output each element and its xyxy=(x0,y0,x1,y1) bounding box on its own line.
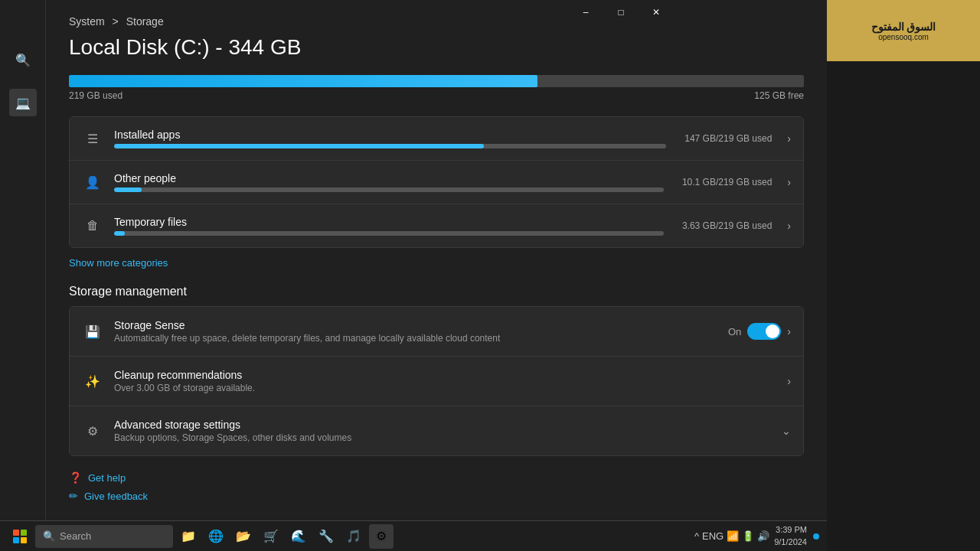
watermark-line2: opensooq.com xyxy=(878,33,929,41)
installed-apps-size: 147 GB/219 GB used xyxy=(684,133,772,144)
temp-files-name: Temporary files xyxy=(114,216,664,228)
storage-free-label: 125 GB free xyxy=(754,90,804,101)
advanced-storage-item[interactable]: ⚙ Advanced storage settings Backup optio… xyxy=(70,406,803,455)
give-feedback-icon: ✏ xyxy=(69,490,78,502)
give-feedback-link[interactable]: ✏ Give feedback xyxy=(69,490,804,502)
taskbar-icon-browser[interactable]: 🌊 xyxy=(286,524,311,549)
help-links: ❓ Get help ✏ Give feedback xyxy=(69,471,804,502)
tray-network[interactable]: 📶 xyxy=(727,530,739,542)
taskbar-icon-tool[interactable]: 🔧 xyxy=(314,524,338,549)
installed-apps-arrow: › xyxy=(787,132,791,145)
category-temp-files[interactable]: 🗑 Temporary files 3.63 GB/219 GB used › xyxy=(70,204,803,247)
storage-sense-toggle-label: On xyxy=(728,326,741,337)
taskbar: 🔍 Search 📁 🌐 📂 🛒 🌊 🔧 🎵 ⚙ ^ ENG 📶 🔋 🔊 3:3… xyxy=(0,520,827,551)
tray-chevron[interactable]: ^ xyxy=(694,530,699,542)
window-controls: – □ ✕ xyxy=(568,0,674,24)
temp-files-icon: 🗑 xyxy=(82,215,103,236)
categories-container: ☰ Installed apps 147 GB/219 GB used › 👤 … xyxy=(69,116,804,248)
clock[interactable]: 3:39 PM 9/1/2024 xyxy=(774,524,807,548)
breadcrumb: System > Storage xyxy=(69,15,804,28)
taskbar-search-text: Search xyxy=(60,530,91,542)
storage-bar-labels: 219 GB used 125 GB free xyxy=(69,90,804,101)
tray-lang[interactable]: ENG xyxy=(702,530,724,542)
minimize-button[interactable]: – xyxy=(568,0,603,24)
installed-apps-info: Installed apps xyxy=(114,129,666,148)
sidebar-search-icon[interactable]: 🔍 xyxy=(9,46,37,73)
taskbar-icon-files[interactable]: 📁 xyxy=(176,524,201,549)
notification-badge[interactable] xyxy=(813,533,819,540)
temp-files-arrow: › xyxy=(787,220,791,232)
maximize-button[interactable]: □ xyxy=(603,0,639,24)
storage-sense-item[interactable]: 💾 Storage Sense Automatically free up sp… xyxy=(70,307,803,357)
storage-sense-arrow: › xyxy=(787,325,791,337)
cleanup-arrow: › xyxy=(787,375,791,387)
cleanup-right: › xyxy=(787,375,791,387)
windows-logo xyxy=(13,530,27,543)
temp-files-size: 3.63 GB/219 GB used xyxy=(682,220,772,231)
taskbar-icon-store[interactable]: 🛒 xyxy=(259,524,283,549)
installed-apps-name: Installed apps xyxy=(114,129,666,141)
cleanup-recommendations-item[interactable]: ✨ Cleanup recommendations Over 3.00 GB o… xyxy=(70,357,803,406)
taskbar-icon-tiktok[interactable]: 🎵 xyxy=(341,524,366,549)
storage-bar-fill xyxy=(69,75,537,87)
tray-volume[interactable]: 🔊 xyxy=(757,530,769,542)
advanced-storage-icon: ⚙ xyxy=(82,420,103,442)
other-people-arrow: › xyxy=(787,176,791,188)
cleanup-info: Cleanup recommendations Over 3.00 GB of … xyxy=(114,369,776,393)
tray-battery[interactable]: 🔋 xyxy=(742,530,754,542)
storage-sense-name: Storage Sense xyxy=(114,319,717,331)
installed-apps-bar-fill xyxy=(114,144,484,148)
advanced-storage-expand-arrow: ⌄ xyxy=(782,425,791,437)
installed-apps-icon: ☰ xyxy=(82,128,103,149)
win-logo-yellow xyxy=(21,537,27,543)
taskbar-icon-edge[interactable]: 🌐 xyxy=(204,524,228,549)
storage-bar-container: 219 GB used 125 GB free xyxy=(69,75,804,101)
sidebar: 🔍 💻 xyxy=(0,0,46,551)
category-installed-apps[interactable]: ☰ Installed apps 147 GB/219 GB used › xyxy=(70,117,803,161)
settings-window: 🔍 💻 System > Storage Local Disk (C:) - 3… xyxy=(0,0,827,551)
advanced-storage-desc: Backup options, Storage Spaces, other di… xyxy=(114,432,771,443)
page-title: Local Disk (C:) - 344 GB xyxy=(69,35,804,60)
win-logo-blue xyxy=(13,537,19,543)
sidebar-system-icon[interactable]: 💻 xyxy=(9,89,37,116)
give-feedback-label: Give feedback xyxy=(84,491,148,502)
win-logo-red xyxy=(13,530,19,536)
temp-files-bar-fill xyxy=(114,231,125,236)
category-other-people[interactable]: 👤 Other people 10.1 GB/219 GB used › xyxy=(70,161,803,204)
get-help-icon: ❓ xyxy=(69,471,82,484)
other-people-size: 10.1 GB/219 GB used xyxy=(682,177,772,187)
temp-files-info: Temporary files xyxy=(114,216,664,236)
main-content: System > Storage Local Disk (C:) - 344 G… xyxy=(46,0,827,551)
advanced-storage-name: Advanced storage settings xyxy=(114,419,771,431)
other-people-bar-fill xyxy=(114,187,142,192)
other-people-info: Other people xyxy=(114,172,664,192)
watermark-line1: السوق المفتوح xyxy=(871,21,936,33)
storage-sense-toggle-knob xyxy=(766,324,779,338)
clock-time: 3:39 PM xyxy=(774,524,807,536)
other-people-icon: 👤 xyxy=(82,171,103,193)
breadcrumb-current: Storage xyxy=(126,15,164,28)
get-help-label: Get help xyxy=(88,472,126,484)
watermark: السوق المفتوح opensooq.com xyxy=(827,0,980,61)
taskbar-icon-settings[interactable]: ⚙ xyxy=(369,524,394,549)
get-help-link[interactable]: ❓ Get help xyxy=(69,471,804,484)
breadcrumb-parent[interactable]: System xyxy=(69,15,105,28)
system-tray: ^ ENG 📶 🔋 🔊 xyxy=(694,530,769,542)
other-people-name: Other people xyxy=(114,172,664,184)
taskbar-icon-folder[interactable]: 📂 xyxy=(231,524,256,549)
cleanup-desc: Over 3.00 GB of storage available. xyxy=(114,383,776,393)
start-button[interactable] xyxy=(8,524,32,549)
storage-bar-track xyxy=(69,75,804,87)
storage-management-title: Storage management xyxy=(69,285,804,298)
breadcrumb-separator: > xyxy=(113,15,119,28)
temp-files-bar-track xyxy=(114,231,664,236)
management-container: 💾 Storage Sense Automatically free up sp… xyxy=(69,306,804,456)
storage-used-label: 219 GB used xyxy=(69,90,122,101)
win-logo-green xyxy=(21,530,27,536)
close-button[interactable]: ✕ xyxy=(639,0,674,24)
taskbar-search-bar[interactable]: 🔍 Search xyxy=(35,525,173,548)
clock-date: 9/1/2024 xyxy=(774,536,807,548)
show-more-button[interactable]: Show more categories xyxy=(69,257,168,269)
storage-sense-toggle[interactable] xyxy=(747,323,781,340)
storage-sense-right: On › xyxy=(728,323,791,340)
